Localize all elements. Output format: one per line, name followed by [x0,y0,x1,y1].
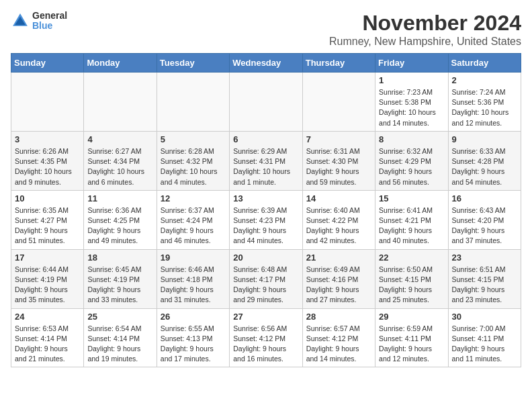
page-header: General Blue November 2024 Rumney, New H… [11,11,521,48]
col-header-sunday: Sunday [11,54,84,73]
calendar-cell: 18Sunrise: 6:45 AM Sunset: 4:19 PM Dayli… [84,249,157,308]
week-row-1: 1Sunrise: 7:23 AM Sunset: 5:38 PM Daylig… [11,73,521,132]
col-header-tuesday: Tuesday [157,54,229,73]
day-info: Sunrise: 6:28 AM Sunset: 4:32 PM Dayligh… [161,146,226,187]
day-number: 30 [452,312,517,322]
day-info: Sunrise: 6:27 AM Sunset: 4:34 PM Dayligh… [87,146,152,187]
calendar-cell: 20Sunrise: 6:48 AM Sunset: 4:17 PM Dayli… [230,249,302,308]
day-info: Sunrise: 6:37 AM Sunset: 4:24 PM Dayligh… [161,205,226,246]
week-row-3: 10Sunrise: 6:35 AM Sunset: 4:27 PM Dayli… [11,190,521,249]
calendar-cell [302,73,375,132]
calendar-cell: 3Sunrise: 6:26 AM Sunset: 4:35 PM Daylig… [11,131,84,190]
week-row-2: 3Sunrise: 6:26 AM Sunset: 4:35 PM Daylig… [11,131,521,190]
calendar-body: 1Sunrise: 7:23 AM Sunset: 5:38 PM Daylig… [11,73,521,367]
calendar-cell: 15Sunrise: 6:41 AM Sunset: 4:21 PM Dayli… [375,190,448,249]
day-number: 26 [161,312,226,322]
calendar-cell [84,73,157,132]
day-info: Sunrise: 7:23 AM Sunset: 5:38 PM Dayligh… [379,87,444,128]
day-info: Sunrise: 6:36 AM Sunset: 4:25 PM Dayligh… [87,205,152,246]
day-number: 19 [161,253,226,263]
calendar-cell: 29Sunrise: 6:59 AM Sunset: 4:11 PM Dayli… [375,308,448,367]
day-number: 14 [306,193,371,203]
calendar-cell [157,73,229,132]
day-number: 1 [379,75,444,85]
day-info: Sunrise: 6:59 AM Sunset: 4:11 PM Dayligh… [379,324,444,365]
day-info: Sunrise: 6:55 AM Sunset: 4:13 PM Dayligh… [161,324,226,365]
logo-icon [11,11,30,30]
day-number: 16 [452,193,517,203]
calendar-cell: 19Sunrise: 6:46 AM Sunset: 4:18 PM Dayli… [157,249,229,308]
day-number: 9 [452,134,517,144]
day-number: 20 [233,253,298,263]
day-number: 23 [452,253,517,263]
day-number: 28 [306,312,371,322]
day-number: 4 [87,134,152,144]
day-info: Sunrise: 6:48 AM Sunset: 4:17 PM Dayligh… [233,265,298,306]
calendar-cell: 8Sunrise: 6:32 AM Sunset: 4:29 PM Daylig… [375,131,448,190]
day-number: 7 [306,134,371,144]
calendar-header: SundayMondayTuesdayWednesdayThursdayFrid… [11,54,521,73]
calendar-cell: 2Sunrise: 7:24 AM Sunset: 5:36 PM Daylig… [448,73,521,132]
day-info: Sunrise: 6:35 AM Sunset: 4:27 PM Dayligh… [15,205,80,246]
day-number: 21 [306,253,371,263]
day-number: 15 [379,193,444,203]
day-number: 2 [452,75,517,85]
calendar-cell: 10Sunrise: 6:35 AM Sunset: 4:27 PM Dayli… [11,190,84,249]
logo-general-text: General [32,11,67,21]
calendar-cell: 7Sunrise: 6:31 AM Sunset: 4:30 PM Daylig… [302,131,375,190]
col-header-wednesday: Wednesday [230,54,302,73]
day-info: Sunrise: 6:39 AM Sunset: 4:23 PM Dayligh… [233,205,298,246]
calendar-cell: 1Sunrise: 7:23 AM Sunset: 5:38 PM Daylig… [375,73,448,132]
page-title: November 2024 [329,11,521,36]
day-info: Sunrise: 6:41 AM Sunset: 4:21 PM Dayligh… [379,205,444,246]
day-number: 22 [379,253,444,263]
calendar-cell: 28Sunrise: 6:57 AM Sunset: 4:12 PM Dayli… [302,308,375,367]
day-number: 27 [233,312,298,322]
calendar-cell: 11Sunrise: 6:36 AM Sunset: 4:25 PM Dayli… [84,190,157,249]
col-header-friday: Friday [375,54,448,73]
day-info: Sunrise: 6:45 AM Sunset: 4:19 PM Dayligh… [87,265,152,306]
day-info: Sunrise: 6:51 AM Sunset: 4:15 PM Dayligh… [452,265,517,306]
day-info: Sunrise: 6:44 AM Sunset: 4:19 PM Dayligh… [15,265,80,306]
day-number: 3 [15,134,80,144]
day-info: Sunrise: 6:56 AM Sunset: 4:12 PM Dayligh… [233,324,298,365]
calendar-cell: 9Sunrise: 6:33 AM Sunset: 4:28 PM Daylig… [448,131,521,190]
day-info: Sunrise: 6:49 AM Sunset: 4:16 PM Dayligh… [306,265,371,306]
logo-blue-text: Blue [32,21,67,31]
day-info: Sunrise: 6:57 AM Sunset: 4:12 PM Dayligh… [306,324,371,365]
day-number: 6 [233,134,298,144]
calendar-cell: 25Sunrise: 6:54 AM Sunset: 4:14 PM Dayli… [84,308,157,367]
day-number: 18 [87,253,152,263]
calendar-cell: 12Sunrise: 6:37 AM Sunset: 4:24 PM Dayli… [157,190,229,249]
calendar-cell: 5Sunrise: 6:28 AM Sunset: 4:32 PM Daylig… [157,131,229,190]
col-header-monday: Monday [84,54,157,73]
day-info: Sunrise: 6:50 AM Sunset: 4:15 PM Dayligh… [379,265,444,306]
day-info: Sunrise: 7:00 AM Sunset: 4:11 PM Dayligh… [452,324,517,365]
calendar-cell: 6Sunrise: 6:29 AM Sunset: 4:31 PM Daylig… [230,131,302,190]
day-info: Sunrise: 6:40 AM Sunset: 4:22 PM Dayligh… [306,205,371,246]
calendar-cell [11,73,84,132]
day-number: 11 [87,193,152,203]
day-number: 12 [161,193,226,203]
calendar-table: SundayMondayTuesdayWednesdayThursdayFrid… [11,53,521,367]
day-info: Sunrise: 6:53 AM Sunset: 4:14 PM Dayligh… [15,324,80,365]
calendar-cell: 14Sunrise: 6:40 AM Sunset: 4:22 PM Dayli… [302,190,375,249]
day-info: Sunrise: 7:24 AM Sunset: 5:36 PM Dayligh… [452,87,517,128]
col-header-saturday: Saturday [448,54,521,73]
day-info: Sunrise: 6:33 AM Sunset: 4:28 PM Dayligh… [452,146,517,187]
day-info: Sunrise: 6:32 AM Sunset: 4:29 PM Dayligh… [379,146,444,187]
calendar-cell: 16Sunrise: 6:43 AM Sunset: 4:20 PM Dayli… [448,190,521,249]
calendar-cell: 21Sunrise: 6:49 AM Sunset: 4:16 PM Dayli… [302,249,375,308]
calendar-cell: 26Sunrise: 6:55 AM Sunset: 4:13 PM Dayli… [157,308,229,367]
day-number: 13 [233,193,298,203]
calendar-cell [230,73,302,132]
week-row-4: 17Sunrise: 6:44 AM Sunset: 4:19 PM Dayli… [11,249,521,308]
day-info: Sunrise: 6:31 AM Sunset: 4:30 PM Dayligh… [306,146,371,187]
calendar-cell: 4Sunrise: 6:27 AM Sunset: 4:34 PM Daylig… [84,131,157,190]
day-number: 29 [379,312,444,322]
calendar-cell: 22Sunrise: 6:50 AM Sunset: 4:15 PM Dayli… [375,249,448,308]
day-number: 17 [15,253,80,263]
calendar-cell: 30Sunrise: 7:00 AM Sunset: 4:11 PM Dayli… [448,308,521,367]
col-header-thursday: Thursday [302,54,375,73]
day-number: 10 [15,193,80,203]
